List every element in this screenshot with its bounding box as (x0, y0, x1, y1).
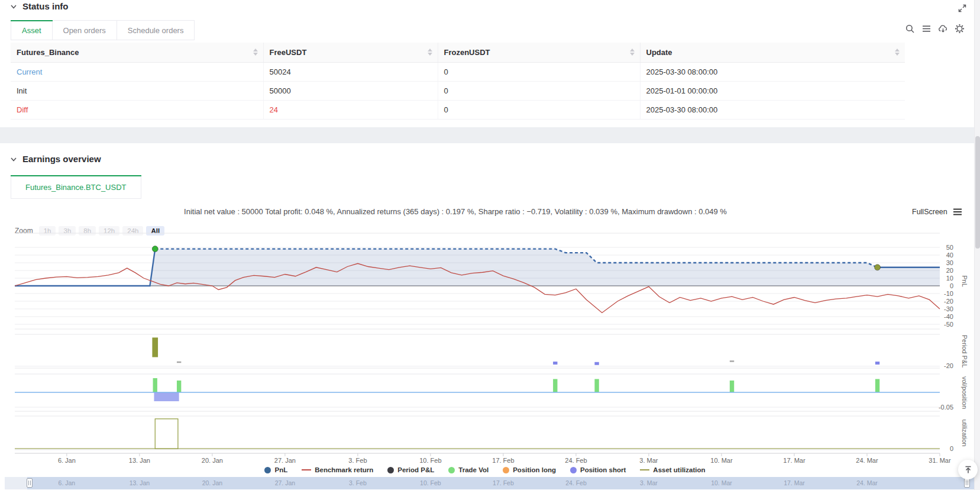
navigator-date-label: 10. Mar (711, 479, 732, 486)
earn-tab-label: Futures_Binance.BTC_USDT (25, 183, 127, 192)
legend-item-asset-utilization[interactable]: Asset utilization (640, 466, 705, 473)
asset-utilization-spike-bar[interactable] (155, 419, 178, 449)
sort-icon (253, 49, 258, 56)
x-tick-label: 17. Feb (492, 457, 514, 464)
section-title-status: Status info (22, 1, 69, 11)
x-tick-label: 6. Jan (58, 457, 76, 464)
column-header-freeusdt[interactable]: FreeUSDT (263, 43, 438, 62)
collapse-chevron-icon[interactable] (9, 155, 18, 163)
legend-line-icon (302, 469, 311, 471)
pnl-line (15, 249, 155, 286)
tab-futures-binance-btc-usdt[interactable]: Futures_Binance.BTC_USDT (11, 175, 141, 199)
y-tick-label: 0 (950, 445, 953, 452)
navigator-date-label: 17. Feb (493, 479, 514, 486)
cell-update: 2025-03-30 08:00:00 (640, 100, 905, 119)
table-toolbar (905, 24, 965, 34)
row-label[interactable]: Diff (11, 100, 263, 119)
pnl-panel: 50403020100-10-20-30-40-50PnL (15, 233, 968, 329)
page-scrollbar (974, 0, 980, 490)
period-p-l-bar[interactable] (594, 362, 599, 365)
axis-title-utilization: utilization (961, 420, 968, 447)
navigator-date-label: 13. Jan (130, 479, 150, 486)
x-tick-label: 24. Mar (856, 457, 878, 464)
cell-frozenusdt: 0 (438, 81, 640, 100)
navigator-date-label: 27. Jan (275, 479, 295, 486)
trade-vol-bar[interactable] (177, 381, 181, 392)
legend-item-benchmark-return[interactable]: Benchmark return (302, 466, 373, 473)
legend-item-pnl[interactable]: PnL (264, 466, 287, 473)
navigator-date-label: 24. Mar (856, 479, 878, 486)
cell-update: 2025-03-30 08:00:00 (640, 62, 905, 81)
chart-menu-icon[interactable] (953, 208, 962, 216)
earnings-chart: 50403020100-10-20-30-40-50PnL-20Period P… (0, 228, 980, 465)
menu-icon[interactable] (921, 24, 932, 34)
trade-vol-bar[interactable] (730, 381, 734, 392)
back-to-top-button[interactable] (958, 460, 978, 479)
asset-table: Futures_Binance FreeUSDT FrozenUSDT Upda… (11, 43, 905, 120)
column-header-update[interactable]: Update (640, 43, 905, 62)
collapse-chevron-icon[interactable] (9, 2, 18, 11)
y-tick-label: 30 (946, 259, 953, 266)
sort-icon (630, 49, 635, 56)
scrollbar-thumb[interactable] (975, 136, 980, 249)
legend-item-period-p-l[interactable]: Period P&L (387, 466, 434, 473)
y-tick-label: -20 (944, 298, 953, 305)
y-tick-label: 10 (946, 275, 953, 282)
legend-item-position-long[interactable]: Position long (503, 466, 556, 473)
x-tick-label: 13. Jan (129, 457, 150, 464)
table-header-row: Futures_Binance FreeUSDT FrozenUSDT Upda… (11, 43, 905, 62)
position-short-bar[interactable] (154, 392, 179, 401)
y-tick-label: 0 (950, 282, 953, 289)
trade-vol-bar[interactable] (553, 379, 557, 393)
period-p-l-bar[interactable] (553, 362, 557, 365)
navigator-right-handle[interactable] (964, 478, 970, 488)
x-tick-label: 20. Jan (202, 457, 223, 464)
legend-item-position-short[interactable]: Position short (570, 466, 626, 473)
x-tick-label: 3. Mar (639, 457, 658, 464)
trade-vol-bar[interactable] (875, 379, 879, 393)
navigator-date-label: 17. Mar (784, 479, 805, 486)
cell-update: 2025-01-01 00:00:00 (640, 81, 905, 100)
column-header-futures-binance[interactable]: Futures_Binance (11, 43, 263, 62)
fullscreen-button[interactable]: FullScreen (912, 208, 962, 216)
x-tick-label: 3. Feb (348, 457, 367, 464)
period-p-l-bar[interactable] (875, 362, 879, 365)
cloud-download-icon[interactable] (938, 24, 948, 34)
search-icon[interactable] (905, 24, 915, 34)
position-open-marker[interactable] (152, 246, 158, 252)
column-header-frozenusdt[interactable]: FrozenUSDT (438, 43, 640, 62)
navigator-date-label: 3. Mar (640, 479, 658, 486)
navigator-left-handle[interactable] (27, 478, 33, 488)
period-p-l-bar[interactable] (177, 362, 181, 363)
axis-title-period-pnl: Period P&L (961, 335, 968, 368)
tab-schedule-orders[interactable]: Schedule orders (117, 20, 195, 40)
cell-freeusdt: 24 (263, 100, 438, 119)
trade-vol-bar[interactable] (153, 378, 157, 392)
position-close-marker[interactable] (875, 265, 881, 270)
cell-freeusdt: 50024 (263, 62, 438, 81)
y-tick-label: -50 (944, 321, 953, 328)
period-pnl-panel: -20Period P&L (15, 334, 968, 369)
navigator-date-label: 3. Feb (349, 479, 367, 486)
x-tick-label: 27. Jan (274, 457, 296, 464)
navigator-date-label: 6. Jan (59, 479, 76, 486)
fullscreen-label: FullScreen (912, 208, 947, 216)
table-row-diff: Diff2402025-03-30 08:00:00 (11, 100, 905, 119)
legend-dot-icon (448, 467, 455, 473)
legend-item-trade-vol[interactable]: Trade Vol (448, 466, 489, 473)
trade-vol-bar[interactable] (594, 379, 599, 393)
period-p-l-bar[interactable] (730, 360, 734, 362)
chart-legend: PnLBenchmark returnPeriod P&LTrade VolPo… (0, 465, 970, 475)
period-p-l-bar[interactable] (152, 337, 158, 357)
gear-icon[interactable] (955, 24, 965, 34)
x-axis: 6. Jan13. Jan20. Jan27. Jan3. Feb10. Feb… (15, 453, 951, 464)
tab-open-orders[interactable]: Open orders (53, 20, 117, 40)
chart-navigator[interactable]: 6. Jan13. Jan20. Jan27. Jan3. Feb10. Feb… (5, 477, 975, 489)
tab-asset[interactable]: Asset (11, 20, 53, 40)
status-info-section: Status info AssetOpen ordersSchedule ord… (0, 0, 980, 127)
section-title-earnings: Earnings overview (22, 154, 101, 164)
row-label[interactable]: Current (11, 62, 263, 81)
cell-frozenusdt: 0 (438, 100, 640, 119)
axis-title-pnl: PnL (961, 275, 968, 287)
expand-icon[interactable] (957, 3, 967, 13)
